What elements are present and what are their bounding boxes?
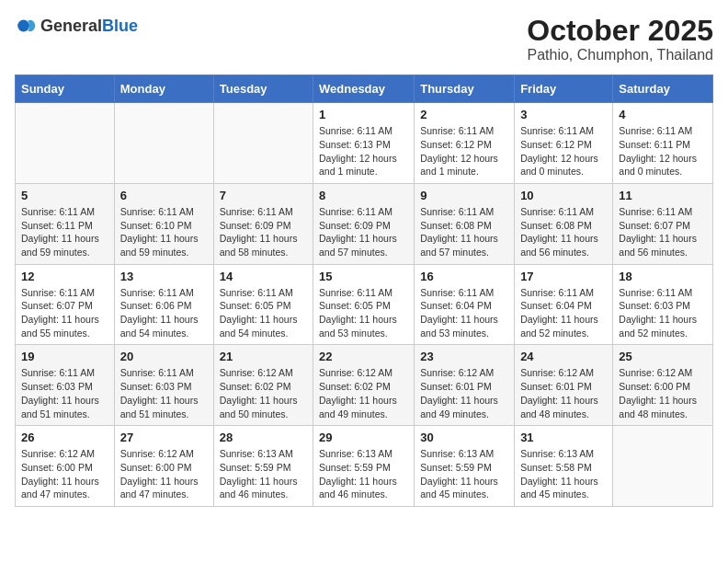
- day-info-line: Daylight: 12 hours: [520, 153, 598, 164]
- calendar-header: SundayMondayTuesdayWednesdayThursdayFrid…: [16, 75, 713, 103]
- day-info-line: and 49 minutes.: [420, 408, 489, 419]
- calendar-cell: 23Sunrise: 6:12 AMSunset: 6:01 PMDayligh…: [415, 345, 515, 426]
- day-info-line: and 47 minutes.: [21, 488, 90, 500]
- day-info-line: Daylight: 11 hours: [120, 314, 199, 325]
- day-info-line: and 1 minute.: [420, 166, 479, 177]
- day-info: Sunrise: 6:11 AMSunset: 6:11 PMDaylight:…: [21, 205, 108, 259]
- day-info-line: Sunrise: 6:12 AM: [319, 367, 392, 378]
- day-info-line: and 49 minutes.: [319, 408, 388, 419]
- calendar-cell: 20Sunrise: 6:11 AMSunset: 6:03 PMDayligh…: [114, 345, 213, 426]
- calendar-week-row: 1Sunrise: 6:11 AMSunset: 6:13 PMDaylight…: [16, 103, 713, 184]
- day-info-line: Daylight: 11 hours: [21, 233, 99, 244]
- day-info-line: Sunset: 6:10 PM: [120, 220, 192, 231]
- day-info-line: and 56 minutes.: [520, 247, 589, 258]
- calendar-week-row: 12Sunrise: 6:11 AMSunset: 6:07 PMDayligh…: [16, 264, 713, 345]
- day-info-line: Daylight: 11 hours: [21, 476, 99, 487]
- day-info-line: Sunset: 6:12 PM: [420, 139, 492, 150]
- day-info-line: and 0 minutes.: [619, 166, 682, 177]
- day-number: 24: [520, 350, 607, 363]
- day-number: 29: [319, 431, 408, 444]
- day-info-line: and 48 minutes.: [520, 408, 589, 419]
- day-number: 23: [420, 350, 508, 363]
- day-info: Sunrise: 6:11 AMSunset: 6:03 PMDaylight:…: [619, 286, 707, 340]
- calendar-cell: 3Sunrise: 6:11 AMSunset: 6:12 PMDaylight…: [515, 103, 613, 184]
- day-info-line: Daylight: 11 hours: [619, 233, 697, 244]
- day-info: Sunrise: 6:11 AMSunset: 6:11 PMDaylight:…: [619, 124, 707, 178]
- calendar-cell: 27Sunrise: 6:12 AMSunset: 6:00 PMDayligh…: [114, 426, 213, 507]
- day-info-line: Sunset: 6:11 PM: [21, 220, 93, 231]
- day-info-line: Daylight: 11 hours: [319, 395, 397, 406]
- day-info: Sunrise: 6:12 AMSunset: 6:02 PMDaylight:…: [220, 366, 307, 420]
- day-info: Sunrise: 6:11 AMSunset: 6:07 PMDaylight:…: [21, 286, 108, 340]
- day-info: Sunrise: 6:12 AMSunset: 6:01 PMDaylight:…: [520, 366, 607, 420]
- calendar-cell: 9Sunrise: 6:11 AMSunset: 6:08 PMDaylight…: [415, 183, 515, 264]
- calendar-cell: 22Sunrise: 6:12 AMSunset: 6:02 PMDayligh…: [313, 345, 415, 426]
- day-info-line: Sunset: 6:08 PM: [420, 220, 492, 231]
- weekday-header: Sunday: [16, 75, 115, 103]
- day-info: Sunrise: 6:13 AMSunset: 5:58 PMDaylight:…: [520, 447, 607, 501]
- calendar-week-row: 19Sunrise: 6:11 AMSunset: 6:03 PMDayligh…: [16, 345, 713, 426]
- day-info: Sunrise: 6:12 AMSunset: 6:02 PMDaylight:…: [319, 366, 408, 420]
- day-info-line: Daylight: 11 hours: [420, 233, 498, 244]
- day-info-line: Daylight: 11 hours: [520, 395, 598, 406]
- day-info-line: Sunset: 6:03 PM: [120, 381, 192, 392]
- day-info-line: Sunrise: 6:13 AM: [520, 448, 594, 459]
- day-info-line: and 59 minutes.: [21, 247, 90, 258]
- day-number: 3: [520, 108, 607, 121]
- calendar-cell: 10Sunrise: 6:11 AMSunset: 6:08 PMDayligh…: [515, 183, 613, 264]
- calendar-table: SundayMondayTuesdayWednesdayThursdayFrid…: [15, 75, 713, 507]
- day-info-line: Sunset: 6:06 PM: [120, 300, 192, 311]
- day-info: Sunrise: 6:11 AMSunset: 6:08 PMDaylight:…: [520, 205, 607, 259]
- day-info-line: Daylight: 11 hours: [319, 476, 397, 487]
- day-info-line: and 48 minutes.: [619, 408, 688, 419]
- day-number: 21: [220, 350, 307, 363]
- day-info: Sunrise: 6:11 AMSunset: 6:07 PMDaylight:…: [619, 205, 707, 259]
- day-info-line: Sunset: 6:09 PM: [220, 220, 291, 231]
- day-info-line: Sunrise: 6:13 AM: [420, 448, 494, 459]
- day-info: Sunrise: 6:11 AMSunset: 6:05 PMDaylight:…: [220, 286, 307, 340]
- day-info-line: Daylight: 11 hours: [220, 314, 298, 325]
- day-info-line: Sunrise: 6:11 AM: [120, 287, 194, 298]
- day-info-line: Sunset: 6:04 PM: [420, 300, 492, 311]
- calendar-week-row: 5Sunrise: 6:11 AMSunset: 6:11 PMDaylight…: [16, 183, 713, 264]
- calendar-cell: 19Sunrise: 6:11 AMSunset: 6:03 PMDayligh…: [16, 345, 115, 426]
- day-info-line: Daylight: 11 hours: [120, 233, 199, 244]
- day-info-line: Sunset: 6:05 PM: [220, 300, 291, 311]
- day-number: 17: [520, 270, 607, 283]
- day-number: 27: [120, 431, 208, 444]
- calendar-cell: 14Sunrise: 6:11 AMSunset: 6:05 PMDayligh…: [213, 264, 313, 345]
- day-info-line: Sunset: 5:59 PM: [420, 462, 492, 473]
- calendar-cell: 12Sunrise: 6:11 AMSunset: 6:07 PMDayligh…: [16, 264, 115, 345]
- day-info-line: Sunrise: 6:12 AM: [520, 367, 594, 378]
- day-info-line: Daylight: 11 hours: [120, 395, 199, 406]
- day-info: Sunrise: 6:13 AMSunset: 5:59 PMDaylight:…: [319, 447, 408, 501]
- day-info-line: Sunrise: 6:11 AM: [619, 206, 692, 217]
- day-info-line: and 51 minutes.: [120, 408, 189, 419]
- day-number: 31: [520, 431, 607, 444]
- day-info-line: Daylight: 12 hours: [319, 153, 397, 164]
- day-info-line: Sunrise: 6:12 AM: [619, 367, 692, 378]
- day-info-line: Sunrise: 6:11 AM: [420, 206, 494, 217]
- day-number: 11: [619, 189, 707, 202]
- day-number: 20: [120, 350, 208, 363]
- day-number: 4: [619, 108, 707, 121]
- day-number: 13: [120, 270, 208, 283]
- calendar-cell: 1Sunrise: 6:11 AMSunset: 6:13 PMDaylight…: [313, 103, 415, 184]
- day-info: Sunrise: 6:11 AMSunset: 6:04 PMDaylight:…: [420, 286, 508, 340]
- calendar-cell: 6Sunrise: 6:11 AMSunset: 6:10 PMDaylight…: [114, 183, 213, 264]
- day-info-line: Sunrise: 6:11 AM: [420, 287, 494, 298]
- day-info: Sunrise: 6:11 AMSunset: 6:03 PMDaylight:…: [21, 366, 108, 420]
- weekday-header: Saturday: [613, 75, 713, 103]
- day-info-line: Daylight: 11 hours: [520, 233, 598, 244]
- calendar-cell: 21Sunrise: 6:12 AMSunset: 6:02 PMDayligh…: [213, 345, 313, 426]
- day-info-line: Sunset: 5:59 PM: [220, 462, 291, 473]
- day-info-line: and 1 minute.: [319, 166, 378, 177]
- calendar-body: 1Sunrise: 6:11 AMSunset: 6:13 PMDaylight…: [16, 103, 713, 507]
- day-info-line: Sunrise: 6:11 AM: [21, 206, 95, 217]
- logo-blue-text: Blue: [102, 17, 138, 35]
- title-block: October 2025 Pathio, Chumphon, Thailand: [527, 15, 713, 63]
- day-info-line: and 53 minutes.: [319, 327, 388, 339]
- day-info: Sunrise: 6:12 AMSunset: 6:00 PMDaylight:…: [21, 447, 108, 501]
- day-info-line: Sunset: 6:03 PM: [619, 300, 690, 311]
- page-subtitle: Pathio, Chumphon, Thailand: [527, 47, 713, 63]
